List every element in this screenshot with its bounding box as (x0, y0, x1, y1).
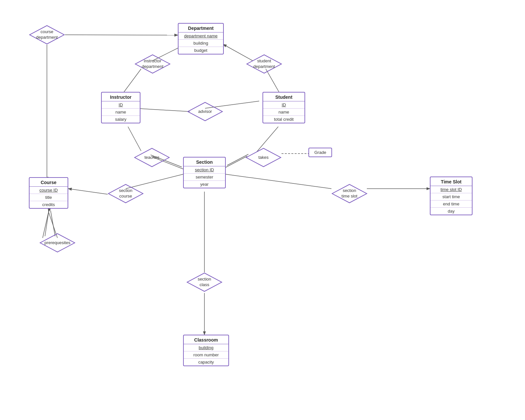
entity-timeslot-attr: start time (430, 193, 472, 200)
entity-classroom-attr: capacity (184, 359, 228, 366)
entity-course: Coursecourse IDtitlecredits (29, 177, 68, 209)
svg-line-23 (51, 210, 55, 236)
diamond-course_department: coursedepartment (29, 25, 65, 45)
entity-instructor: InstructorIDnamesalary (101, 92, 140, 123)
entity-classroom: Classroombuildingroom numbercapacity (183, 335, 229, 366)
svg-line-18 (226, 174, 331, 189)
diamond-section_course: sectioncourse (108, 184, 144, 203)
entity-student-attr: ID (263, 101, 304, 109)
entity-student: StudentIDnametotal credit (262, 92, 305, 123)
diamond-advisor: advisor (187, 102, 223, 121)
svg-line-9 (128, 127, 141, 151)
entity-department-title: Department (178, 24, 223, 32)
diamond-section_class-label: sectionclass (198, 277, 211, 288)
diamond-section_course-label: sectioncourse (119, 188, 132, 199)
entity-department-attr: department name (178, 32, 223, 40)
entity-section-title: Section (184, 158, 225, 166)
svg-line-0 (65, 35, 178, 35)
diamond-prerequesites-label: prerequesites (45, 240, 71, 246)
diamond-advisor-label: advisor (198, 109, 212, 115)
entity-department: Departmentdepartment namebuildingbudget (178, 23, 224, 54)
entity-classroom-title: Classroom (184, 335, 228, 344)
svg-line-25 (45, 210, 49, 236)
entity-classroom-attr: room number (184, 351, 228, 359)
entity-classroom-attr: building (184, 344, 228, 351)
diamond-teaches-label: teaches (144, 155, 159, 160)
entity-instructor-attr: salary (102, 116, 140, 123)
entity-course-attr: credits (30, 201, 68, 208)
entity-section-attr: section ID (184, 166, 225, 174)
entity-department-attr: building (178, 40, 223, 47)
entity-instructor-attr: ID (102, 101, 140, 109)
svg-line-8 (135, 108, 190, 112)
grade-label: Grade (314, 150, 326, 155)
diamond-takes: takes (245, 148, 282, 167)
entity-course-attr: course ID (30, 187, 68, 194)
entity-instructor-title: Instructor (102, 93, 140, 101)
diamond-student_department: studentdepartment (246, 54, 282, 74)
entity-course-title: Course (30, 178, 68, 187)
diamond-section_timeslot-label: sectiontime slot (342, 188, 357, 199)
entity-timeslot-attr: end time (430, 200, 472, 208)
diamond-instructor_department: instructordepartment (135, 54, 171, 74)
entity-course-attr: title (30, 194, 68, 201)
diamond-instructor_department-label: instructordepartment (142, 58, 163, 70)
svg-line-17 (68, 189, 108, 194)
entity-section: Sectionsection IDsemesteryear (183, 157, 226, 188)
entity-department-attr: budget (178, 47, 223, 54)
entity-section-attr: semester (184, 174, 225, 181)
diamond-section_class: sectionclass (186, 272, 222, 292)
entity-student-attr: total credit (263, 116, 304, 123)
entity-timeslot-attr: time slot ID (430, 186, 472, 193)
diamond-course_department-label: coursedepartment (36, 29, 58, 40)
entity-timeslot: Time Slottime slot IDstart timeend timed… (430, 177, 472, 215)
grade-box: Grade (308, 148, 332, 157)
diamond-takes-label: takes (258, 155, 268, 160)
svg-line-13 (226, 156, 247, 167)
entity-timeslot-attr: day (430, 208, 472, 215)
entity-instructor-attr: name (102, 109, 140, 116)
entity-section-attr: year (184, 181, 225, 188)
entity-student-title: Student (263, 93, 304, 101)
diamond-student_department-label: studentdepartment (253, 58, 275, 70)
entity-student-attr: name (263, 109, 304, 116)
diamond-prerequesites: prerequesites (39, 233, 75, 253)
diamond-teaches: teaches (134, 148, 170, 167)
entity-timeslot-title: Time Slot (430, 177, 472, 186)
diamond-section_timeslot: sectiontime slot (331, 184, 368, 203)
